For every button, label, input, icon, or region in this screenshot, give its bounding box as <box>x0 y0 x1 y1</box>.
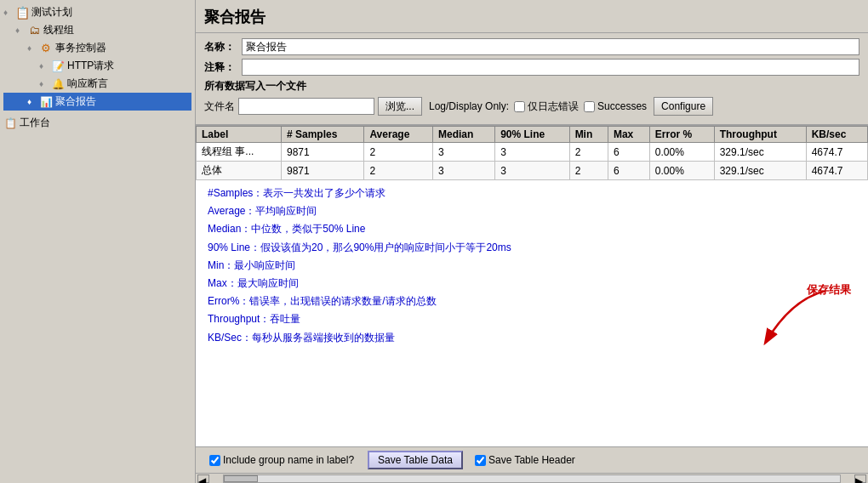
col-samples: # Samples <box>282 127 364 143</box>
table-area: Label # Samples Average Median 90% Line … <box>196 125 868 180</box>
bottom-bar: Include group name in label? Save Table … <box>196 446 868 473</box>
include-group-checkbox-label[interactable]: Include group name in label? <box>209 454 354 466</box>
sidebar-item-aggregate-report[interactable]: ♦ 📊 聚合报告 <box>3 93 191 111</box>
include-group-checkbox[interactable] <box>209 455 220 466</box>
transaction-ctrl-icon: ⚙ <box>39 42 53 55</box>
sidebar-item-label: 响应断言 <box>67 77 108 91</box>
main-content: 聚合报告 名称： 注释： 所有数据写入一个文件 文件名 浏览... Log/Di… <box>196 0 868 483</box>
horizontal-scrollbar[interactable]: ◀ ▶ <box>196 473 868 483</box>
form-area: 名称： 注释： 所有数据写入一个文件 文件名 浏览... Log/Display… <box>196 33 868 125</box>
sidebar-item-transaction-ctrl[interactable]: ♦ ⚙ 事务控制器 <box>3 39 191 57</box>
col-label: Label <box>197 127 282 143</box>
desc-line: #Samples：表示一共发出了多少个请求 <box>208 185 856 202</box>
sidebar-item-label: HTTP请求 <box>67 59 114 73</box>
sidebar-item-workbench[interactable]: 📋 工作台 <box>3 114 191 132</box>
table-row: 总体9871233260.00%329.1/sec4674.7 <box>197 162 868 180</box>
sidebar-item-thread-group[interactable]: ♦ 🗂 线程组 <box>3 21 191 39</box>
col-average: Average <box>364 127 433 143</box>
sidebar-item-label: 聚合报告 <box>55 94 96 109</box>
col-90line: 90% Line <box>495 127 570 143</box>
scroll-right-btn[interactable]: ▶ <box>854 474 866 483</box>
save-header-label: Save Table Header <box>488 454 575 466</box>
sidebar-item-label: 工作台 <box>20 116 50 130</box>
log-only-checkbox[interactable] <box>514 101 525 112</box>
save-table-button[interactable]: Save Table Data <box>368 451 463 469</box>
aggregate-report-icon: 📊 <box>39 95 53 109</box>
comment-input[interactable] <box>242 59 859 76</box>
panel-title: 聚合报告 <box>196 0 868 33</box>
thread-group-icon: 🗂 <box>27 24 41 37</box>
browse-button[interactable]: 浏览... <box>378 97 422 116</box>
sidebar-item-label: 事务控制器 <box>55 41 106 55</box>
log-display-label: Log/Display Only: <box>429 100 509 112</box>
sidebar-item-test-plan[interactable]: ♦ 📋 测试计划 <box>3 3 191 21</box>
sidebar-item-label: 线程组 <box>43 23 74 37</box>
file-row: 文件名 浏览... Log/Display Only: 仅日志错误 Succes… <box>204 97 859 116</box>
name-label: 名称： <box>204 40 238 54</box>
name-input[interactable] <box>242 38 859 55</box>
table-row: 线程组 事...9871233260.00%329.1/sec4674.7 <box>197 143 868 162</box>
successes-checkbox[interactable] <box>584 101 595 112</box>
desc-line: Average：平均响应时间 <box>208 203 856 219</box>
description-area: #Samples：表示一共发出了多少个请求Average：平均响应时间Media… <box>196 180 868 446</box>
test-plan-icon: 📋 <box>15 6 29 20</box>
scroll-left-btn[interactable]: ◀ <box>197 474 209 483</box>
desc-line: Median：中位数，类似于50% Line <box>208 221 856 237</box>
configure-button[interactable]: Configure <box>654 97 713 116</box>
file-name-label: 文件名 <box>204 99 235 114</box>
scroll-thumb[interactable] <box>224 475 258 482</box>
annotation-arrow <box>740 291 842 350</box>
log-only-label: 仅日志错误 <box>528 99 579 114</box>
file-name-input[interactable] <box>238 98 374 115</box>
table-header-row: Label # Samples Average Median 90% Line … <box>197 127 868 143</box>
name-row: 名称： <box>204 38 859 55</box>
save-header-checkbox-label[interactable]: Save Table Header <box>475 454 575 466</box>
results-table: Label # Samples Average Median 90% Line … <box>196 126 868 180</box>
desc-line: Max：最大响应时间 <box>208 276 856 292</box>
response-assert-icon: 🔔 <box>51 77 65 91</box>
comment-label: 注释： <box>204 60 238 75</box>
comment-row: 注释： <box>204 59 859 76</box>
col-error: Error % <box>649 127 714 143</box>
log-only-checkbox-label[interactable]: 仅日志错误 <box>514 99 579 114</box>
successes-checkbox-label[interactable]: Successes <box>584 100 647 112</box>
scroll-track[interactable] <box>223 474 841 483</box>
sidebar: ♦ 📋 测试计划 ♦ 🗂 线程组 ♦ ⚙ 事务控制器 ♦ 📝 HTTP请求 ♦ … <box>0 0 196 483</box>
successes-label: Successes <box>597 100 647 112</box>
desc-line: Min：最小响应时间 <box>208 258 856 274</box>
col-median: Median <box>433 127 495 143</box>
col-kbsec: KB/sec <box>806 127 867 143</box>
col-max: Max <box>608 127 649 143</box>
sidebar-item-label: 测试计划 <box>31 5 72 20</box>
http-request-icon: 📝 <box>51 60 65 73</box>
save-header-checkbox[interactable] <box>475 455 486 466</box>
include-group-label: Include group name in label? <box>223 454 354 466</box>
desc-line: 90% Line：假设该值为20，那么90%用户的响应时间小于等于20ms <box>208 240 856 256</box>
workbench-icon: 📋 <box>3 116 17 130</box>
all-data-label: 所有数据写入一个文件 <box>204 79 859 94</box>
sidebar-item-http-request[interactable]: ♦ 📝 HTTP请求 <box>3 57 191 75</box>
col-throughput: Throughput <box>714 127 806 143</box>
col-min: Min <box>569 127 608 143</box>
sidebar-item-response-assert[interactable]: ♦ 🔔 响应断言 <box>3 75 191 93</box>
